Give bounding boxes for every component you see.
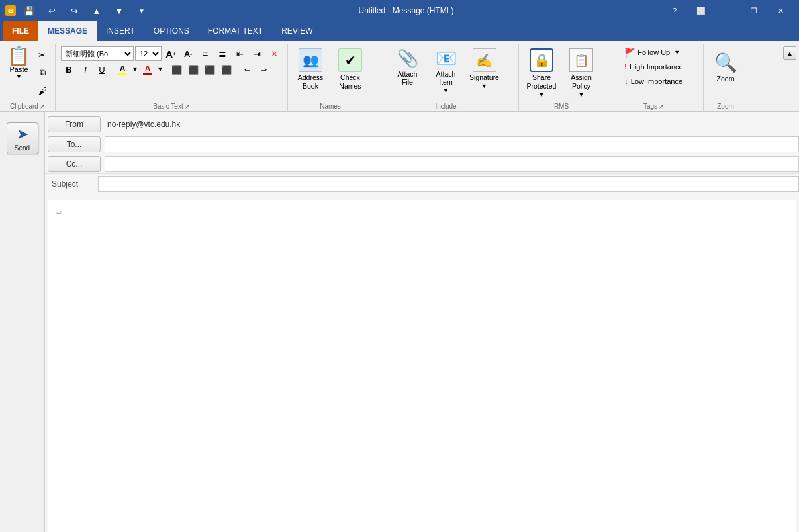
share-protected-button[interactable]: 🔒 Share Protected ▼ [523,45,560,101]
ribbon-scroll-button[interactable]: ▲ [783,46,796,60]
from-button[interactable]: From [48,116,101,132]
tags-items: 🚩 Follow Up ▼ ! High Importance ↓ Low Im… [621,45,686,89]
compose-sidebar: ➤ Send [0,112,45,532]
bold-button[interactable]: B [61,62,77,77]
format-row: B I U A ▼ A ▼ ⬛ ⬛ [61,62,282,77]
copy-button[interactable]: ⧉ [34,64,51,81]
to-button[interactable]: To... [48,136,101,152]
up-button[interactable]: ▲ [87,1,106,20]
title-bar-left: ✉ 💾 ↩ ↪ ▲ ▼ ▼ [5,1,151,20]
to-input[interactable] [105,136,799,152]
down-button[interactable]: ▼ [110,1,128,20]
signature-label: Signature [469,73,499,81]
signature-button[interactable]: ✍ Signature ▼ [467,45,502,93]
basic-text-expand-icon[interactable]: ↗ [185,103,190,110]
tab-insert[interactable]: INSERT [97,21,144,41]
high-importance-button[interactable]: ! High Importance [621,60,686,74]
zoom-content: 🔍 Zoom [708,45,743,101]
help-button[interactable]: ? [661,0,688,21]
clear-formatting-button[interactable]: ✕ [266,46,282,61]
subject-input[interactable] [98,176,799,192]
include-group-label: Include [377,101,514,111]
follow-up-dropdown: ▼ [674,49,680,56]
assign-policy-label: Assign Policy [565,73,598,90]
high-importance-icon: ! [624,63,627,71]
tab-format-text[interactable]: FORMAT TEXT [199,21,272,41]
ribbon-group-names: 👥 Address Book ✔ Check Names Names [288,44,373,111]
justify-button[interactable]: ⬛ [218,62,234,77]
clipboard-group-label: Clipboard ↗ [4,101,51,111]
ribbon-content: 📋 Paste ▼ ✂ ⧉ 🖌 Clipboard ↗ 新細明體 (Bo [0,41,799,112]
align-left-button[interactable]: ⬛ [169,62,185,77]
paste-icon: 📋 [7,47,30,66]
low-importance-icon: ↓ [624,77,628,85]
font-color-button[interactable]: A [140,62,156,77]
italic-button[interactable]: I [77,62,93,77]
tags-content: 🚩 Follow Up ▼ ! High Importance ↓ Low Im… [621,45,686,101]
tab-review[interactable]: REVIEW [272,21,322,41]
basic-text-content: 新細明體 (Bo 12 A+ A- ≡ ≣ ⇤ ⇥ ✕ B I U [60,45,283,101]
undo-button[interactable]: ↩ [42,1,61,20]
redo-button[interactable]: ↪ [65,1,83,20]
save-button[interactable]: 💾 [20,1,38,20]
email-body-content[interactable]: ↵ [48,200,796,532]
assign-policy-button[interactable]: 📋 Assign Policy ▼ [563,45,600,101]
highlight-color-button[interactable]: A [115,62,130,77]
tab-options[interactable]: OPTIONS [144,21,199,41]
low-importance-label: Low Importance [631,77,682,85]
check-names-label: Check Names [334,73,367,90]
assign-policy-icon: 📋 [569,48,593,72]
shrink-font-button[interactable]: A- [180,46,196,61]
address-book-button[interactable]: 👥 Address Book [292,45,329,93]
increase-indent-button[interactable]: ⇥ [249,46,265,61]
font-color-dropdown-button[interactable]: ▼ [156,62,164,77]
grow-font-button[interactable]: A+ [163,46,179,61]
ribbon-tab-bar: FILE MESSAGE INSERT OPTIONS FORMAT TEXT … [0,21,799,41]
font-controls: 新細明體 (Bo 12 A+ A- ≡ ≣ ⇤ ⇥ ✕ B I U [60,45,283,78]
format-painter-button[interactable]: 🖌 [34,82,51,99]
decrease-indent-button[interactable]: ⇤ [232,46,248,61]
attach-file-button[interactable]: 📎 Attach File [390,45,426,89]
ribbon-right: ▲ [780,44,799,111]
paste-button[interactable]: 📋 Paste ▼ [4,45,34,82]
paste-dropdown-arrow: ▼ [16,73,22,80]
align-center-button[interactable]: ⬛ [185,62,201,77]
subject-label: Subject [45,179,98,189]
tab-message[interactable]: MESSAGE [38,21,97,41]
align-right-button[interactable]: ⬛ [202,62,218,77]
ltr-button[interactable]: ⇒ [256,62,271,77]
bullet-list-button[interactable]: ≡ [197,46,213,61]
to-row: To... [45,134,799,154]
tab-file[interactable]: FILE [3,21,38,41]
check-names-button[interactable]: ✔ Check Names [332,45,369,93]
follow-up-button[interactable]: 🚩 Follow Up ▼ [621,45,686,60]
cc-button[interactable]: Cc... [48,156,101,172]
basic-text-group-label: Basic Text ↗ [60,101,283,111]
send-button[interactable]: ➤ Send [7,122,38,154]
numbered-list-button[interactable]: ≣ [214,46,230,61]
qat-more-button[interactable]: ▼ [132,1,151,20]
ribbon-toggle-button[interactable]: ⬜ [688,0,714,21]
email-body[interactable]: ↵ [48,200,796,532]
tags-expand-icon[interactable]: ↗ [659,103,664,110]
zoom-button[interactable]: 🔍 Zoom [708,45,743,89]
font-size-select[interactable]: 12 [135,46,162,61]
names-group-label: Names [292,101,369,111]
attach-item-label: Attach Item [430,70,462,86]
clipboard-expand-icon[interactable]: ↗ [40,103,45,110]
underline-button[interactable]: U [94,62,110,77]
cut-button[interactable]: ✂ [34,46,51,64]
attach-item-button[interactable]: 📧 Attach Item ▼ [428,45,464,97]
close-button[interactable]: ✕ [767,0,794,21]
window-title: Untitled - Message (HTML) [151,6,661,15]
rtl-button[interactable]: ⇐ [239,62,255,77]
signature-icon: ✍ [473,48,496,72]
low-importance-button[interactable]: ↓ Low Importance [621,74,686,89]
cc-input[interactable] [105,156,799,172]
high-importance-label: High Importance [630,63,683,71]
restore-button[interactable]: ❐ [741,0,767,21]
highlight-dropdown-button[interactable]: ▼ [131,62,139,77]
check-names-icon: ✔ [338,48,362,72]
minimize-button[interactable]: − [714,0,741,21]
font-name-select[interactable]: 新細明體 (Bo [61,46,134,61]
